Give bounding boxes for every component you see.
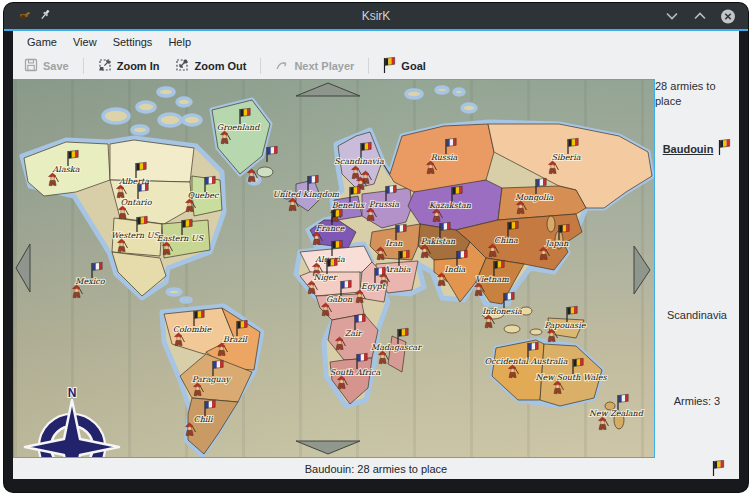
territory-indonesia[interactable] bbox=[530, 329, 542, 335]
territory-label: Japan bbox=[543, 239, 569, 248]
window-frame-bottom bbox=[4, 479, 748, 492]
save-icon bbox=[24, 58, 38, 74]
territory-label: United Kingdom bbox=[273, 190, 340, 199]
menu-bar: Game View Settings Help bbox=[13, 31, 739, 53]
territory-label: Kazakstan bbox=[429, 201, 472, 210]
maximize-button[interactable] bbox=[692, 8, 708, 24]
territory-label: Russia bbox=[431, 153, 458, 162]
menu-help[interactable]: Help bbox=[160, 33, 199, 51]
next-player-button[interactable]: Next Player bbox=[268, 55, 361, 77]
island bbox=[158, 88, 174, 96]
territory-japan[interactable] bbox=[547, 216, 555, 232]
goal-label: Goal bbox=[401, 60, 425, 72]
territory-label: Gabon bbox=[326, 295, 353, 304]
armies-to-place-text: 28 armies to place bbox=[655, 79, 723, 109]
territory-label: South Africa bbox=[330, 368, 381, 377]
zoom-in-button[interactable]: Zoom In bbox=[91, 55, 167, 77]
zoom-out-icon bbox=[175, 58, 189, 74]
flag-icon bbox=[714, 460, 724, 476]
territory-label: Western US bbox=[111, 231, 161, 240]
selected-country-text: Scandinavia bbox=[667, 309, 727, 321]
island bbox=[159, 114, 181, 126]
territory-iceland[interactable] bbox=[257, 167, 273, 177]
menu-game[interactable]: Game bbox=[19, 33, 65, 51]
close-button[interactable] bbox=[720, 8, 736, 24]
minimize-button[interactable] bbox=[664, 8, 680, 24]
territory-label: Occidental Australia bbox=[485, 357, 568, 366]
player-sidebar: Baudouin 28 armies to place Scandinavia … bbox=[655, 79, 739, 458]
save-label: Save bbox=[43, 60, 69, 72]
island bbox=[462, 104, 476, 112]
status-text: Baudouin: 28 armies to place bbox=[305, 463, 447, 475]
territory-label: China bbox=[494, 236, 518, 245]
territory-label: Iran bbox=[386, 239, 404, 248]
zoom-out-button[interactable]: Zoom Out bbox=[168, 55, 253, 77]
territory-label: India bbox=[445, 265, 466, 274]
island bbox=[181, 298, 191, 302]
player-flag-icon bbox=[718, 139, 731, 158]
territory-label: Brazil bbox=[223, 335, 248, 344]
scroll-right-arrow[interactable] bbox=[634, 246, 650, 294]
flag-icon bbox=[720, 139, 730, 155]
island bbox=[436, 87, 448, 93]
menu-settings[interactable]: Settings bbox=[105, 33, 161, 51]
world-map[interactable]: AlaskaAlbertaOntarioQuebecWestern USEast… bbox=[13, 79, 655, 458]
goal-flag-icon bbox=[383, 57, 396, 76]
player-name[interactable]: Baudouin bbox=[663, 143, 714, 155]
territory-label: Zair bbox=[345, 329, 363, 338]
island bbox=[167, 289, 181, 295]
next-player-icon bbox=[275, 58, 289, 74]
territory-label: Chili bbox=[194, 415, 214, 424]
territory-label: Mexico bbox=[75, 277, 105, 286]
compass-rose: N bbox=[25, 386, 119, 457]
island bbox=[132, 126, 148, 134]
island bbox=[406, 90, 422, 98]
territory-label: New South Wales bbox=[535, 373, 607, 382]
territory-label: Mongolia bbox=[515, 193, 553, 202]
title-bar[interactable]: KsirK bbox=[4, 3, 748, 29]
status-flag-icon bbox=[712, 460, 725, 479]
toolbar-separator bbox=[83, 58, 84, 74]
armies-count-text: Armies: 3 bbox=[674, 395, 720, 407]
scroll-down-arrow[interactable] bbox=[296, 441, 360, 454]
scroll-left-arrow[interactable] bbox=[16, 244, 30, 292]
flag-icon bbox=[92, 262, 102, 278]
status-bar: Baudouin: 28 armies to place bbox=[13, 458, 739, 479]
scroll-up-arrow[interactable] bbox=[296, 83, 360, 96]
island bbox=[177, 98, 191, 106]
next-player-label: Next Player bbox=[294, 60, 354, 72]
territory-label: Groenland bbox=[217, 123, 260, 132]
territory-label: Madagascar bbox=[371, 343, 422, 352]
territory-label: Siberia bbox=[551, 153, 580, 162]
flag-icon bbox=[385, 57, 395, 73]
soldier-icon bbox=[73, 285, 83, 298]
toolbar: Save Zoom In Zoom Out Next Player bbox=[13, 53, 739, 79]
flag-icon bbox=[618, 394, 628, 410]
territory-label: Papouasie bbox=[544, 321, 586, 330]
app-window: KsirK Game View Settings Help bbox=[4, 3, 748, 492]
save-button[interactable]: Save bbox=[17, 55, 76, 77]
goal-button[interactable]: Goal bbox=[376, 54, 432, 79]
territory-label: Vietnam bbox=[475, 275, 509, 284]
territory-label: New Zealand bbox=[589, 409, 644, 418]
territory-indonesia[interactable] bbox=[520, 307, 532, 315]
territory-label: Ontario bbox=[121, 198, 153, 207]
soldier-icon bbox=[379, 351, 389, 364]
territory-label: Pakistan bbox=[421, 237, 456, 246]
territory-indonesia[interactable] bbox=[504, 325, 520, 333]
territory-label: Scandinavia bbox=[334, 157, 384, 166]
compass-north-label: N bbox=[68, 386, 77, 400]
territory-madagascar[interactable] bbox=[388, 336, 406, 372]
menu-view[interactable]: View bbox=[65, 33, 105, 51]
island bbox=[183, 115, 201, 125]
territory-label: Egypt bbox=[361, 282, 386, 291]
territory-label: Prussia bbox=[369, 200, 399, 209]
territory-label: Paraguay bbox=[192, 375, 231, 384]
island bbox=[454, 89, 464, 95]
territory-alberta[interactable] bbox=[110, 140, 194, 182]
territory-label: Arabia bbox=[383, 265, 411, 274]
zoom-in-icon bbox=[98, 58, 112, 74]
soldier-icon bbox=[599, 417, 609, 430]
window-title: KsirK bbox=[4, 9, 748, 23]
island bbox=[103, 109, 129, 123]
